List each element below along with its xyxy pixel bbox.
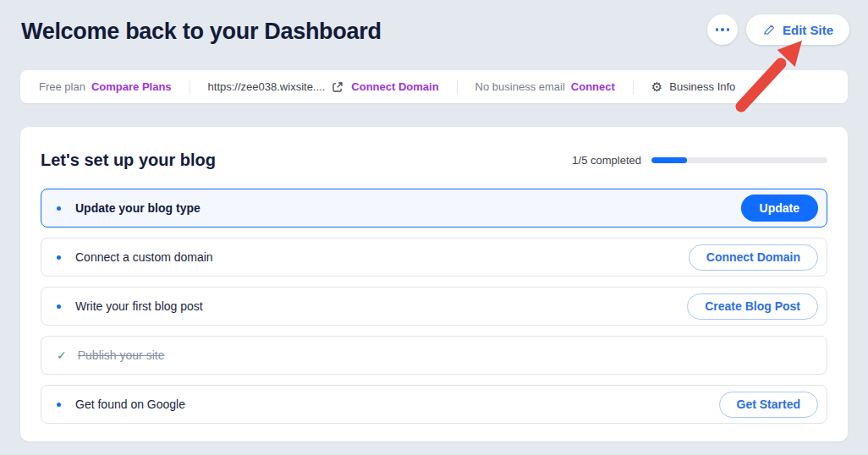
edit-site-button[interactable]: Edit Site bbox=[746, 14, 849, 45]
divider bbox=[457, 79, 458, 95]
site-status-bar: Free plan Compare Plans https://zee038.w… bbox=[20, 70, 848, 103]
get-started-button[interactable]: Get Started bbox=[719, 392, 818, 418]
business-email-status: No business email bbox=[475, 80, 565, 93]
task-row-publish-site[interactable]: ✓ Publish your site bbox=[41, 336, 827, 375]
header-actions: Edit Site bbox=[707, 14, 849, 45]
connect-domain-link[interactable]: Connect Domain bbox=[351, 80, 438, 93]
progress-bar-track bbox=[651, 157, 827, 163]
connect-email-link[interactable]: Connect bbox=[571, 80, 615, 93]
external-link-icon[interactable] bbox=[332, 81, 343, 93]
compare-plans-link[interactable]: Compare Plans bbox=[91, 80, 172, 93]
check-icon: ✓ bbox=[57, 348, 67, 362]
business-info-link[interactable]: Business Info bbox=[669, 80, 735, 93]
connect-domain-button[interactable]: Connect Domain bbox=[689, 244, 818, 271]
task-label: Update your blog type bbox=[75, 201, 201, 215]
edit-site-label: Edit Site bbox=[783, 23, 833, 37]
divider bbox=[633, 79, 634, 95]
task-row-update-blog-type[interactable]: Update your blog type Update bbox=[41, 189, 827, 228]
plan-label: Free plan bbox=[39, 80, 85, 93]
task-row-get-found-google[interactable]: Get found on Google Get Started bbox=[41, 385, 827, 424]
pencil-icon bbox=[762, 23, 776, 36]
more-options-button[interactable] bbox=[707, 14, 738, 45]
bullet-icon bbox=[57, 255, 61, 260]
bullet-icon bbox=[57, 304, 61, 309]
progress-section: 1/5 completed bbox=[572, 154, 827, 167]
task-row-first-blog-post[interactable]: Write your first blog post Create Blog P… bbox=[41, 287, 827, 326]
setup-checklist-card: Let's set up your blog 1/5 completed Upd… bbox=[20, 127, 848, 441]
setup-card-header: Let's set up your blog 1/5 completed bbox=[41, 151, 827, 170]
setup-card-title: Let's set up your blog bbox=[41, 151, 216, 170]
divider bbox=[190, 79, 190, 95]
update-button[interactable]: Update bbox=[741, 195, 818, 222]
task-label: Publish your site bbox=[78, 348, 165, 362]
task-label: Write your first blog post bbox=[75, 299, 203, 313]
bullet-icon bbox=[57, 206, 61, 211]
site-url: https://zee038.wixsite.... bbox=[208, 80, 326, 93]
progress-label: 1/5 completed bbox=[572, 154, 641, 167]
page-title: Welcome back to your Dashboard bbox=[21, 19, 382, 45]
task-label: Connect a custom domain bbox=[75, 250, 213, 264]
progress-fill bbox=[651, 157, 687, 163]
bullet-icon bbox=[57, 403, 61, 407]
task-row-connect-domain[interactable]: Connect a custom domain Connect Domain bbox=[41, 238, 827, 277]
create-blog-post-button[interactable]: Create Blog Post bbox=[687, 293, 818, 320]
ellipsis-icon bbox=[716, 28, 730, 31]
gear-icon: ⚙ bbox=[651, 80, 662, 93]
task-label: Get found on Google bbox=[75, 397, 185, 411]
